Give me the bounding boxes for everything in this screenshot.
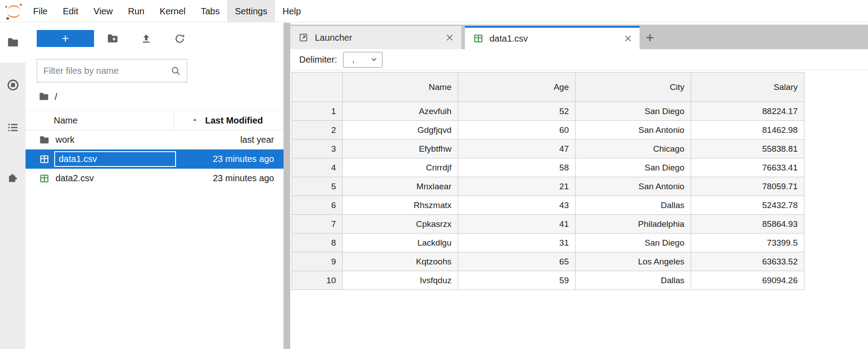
- filter-files-box: [37, 59, 187, 82]
- filter-files-input[interactable]: [37, 60, 187, 82]
- rename-input[interactable]: data1.csv: [54, 151, 176, 167]
- grid-row: 5Mnxlaear21San Antonio78059.71: [292, 177, 804, 196]
- grid-cell[interactable]: San Antonio: [576, 177, 691, 196]
- new-launcher-button[interactable]: +: [37, 30, 94, 47]
- upload-icon[interactable]: [140, 33, 152, 45]
- grid-cell[interactable]: 31: [458, 234, 576, 252]
- grid-cell[interactable]: 55838.81: [691, 140, 804, 158]
- grid-cell[interactable]: 58: [458, 158, 576, 177]
- grid-cell[interactable]: 73399.5: [691, 234, 804, 252]
- grid-row-number-cell[interactable]: 8: [292, 234, 343, 252]
- grid-row-number-cell[interactable]: 7: [292, 215, 343, 234]
- sort-by-modified-header[interactable]: Last Modified: [174, 111, 284, 130]
- grid-cell[interactable]: Dallas: [576, 271, 691, 290]
- menu-item-settings[interactable]: Settings: [227, 0, 275, 22]
- search-icon: [170, 65, 182, 77]
- grid-cell[interactable]: Gdgfjqvd: [343, 121, 458, 140]
- grid-column-header: Name: [343, 72, 458, 102]
- menu-item-kernel[interactable]: Kernel: [152, 0, 193, 22]
- new-folder-icon[interactable]: [107, 33, 119, 45]
- menu-items: File Edit View Run Kernel Tabs Settings …: [26, 0, 309, 22]
- table-of-contents-icon[interactable]: [7, 121, 19, 134]
- close-tab-icon[interactable]: [623, 33, 633, 44]
- grid-cell[interactable]: Dallas: [576, 196, 691, 215]
- menu-item-file[interactable]: File: [26, 0, 55, 22]
- tab-label: Launcher: [315, 33, 352, 43]
- grid-cell[interactable]: 85864.93: [691, 215, 804, 234]
- grid-row-number-cell[interactable]: 6: [292, 196, 343, 215]
- csv-viewer-panel: Delimiter: , NameAgeCitySalary 1Azevfuih…: [290, 49, 868, 349]
- csv-grid-header-row: NameAgeCitySalary: [292, 72, 804, 102]
- grid-cell[interactable]: Mnxlaear: [343, 177, 458, 196]
- menu-item-help[interactable]: Help: [275, 0, 309, 22]
- grid-row-number-cell[interactable]: 5: [292, 177, 343, 196]
- csv-file-icon: [39, 154, 50, 165]
- menu-item-tabs[interactable]: Tabs: [193, 0, 227, 22]
- grid-cell[interactable]: 69094.26: [691, 271, 804, 290]
- grid-cell[interactable]: 88224.17: [691, 102, 804, 121]
- grid-cell[interactable]: Philadelphia: [576, 215, 691, 234]
- grid-cell[interactable]: Rhszmatx: [343, 196, 458, 215]
- grid-cell[interactable]: 47: [458, 140, 576, 158]
- menu-item-edit[interactable]: Edit: [55, 0, 86, 22]
- grid-cell[interactable]: Crirrdjf: [343, 158, 458, 177]
- grid-cell[interactable]: Cpkasrzx: [343, 215, 458, 234]
- grid-cell[interactable]: 76633.41: [691, 158, 804, 177]
- grid-row-number-cell[interactable]: 9: [292, 252, 343, 271]
- breadcrumb-root[interactable]: /: [55, 91, 57, 102]
- grid-cell[interactable]: 41: [458, 215, 576, 234]
- grid-row: 4Crirrdjf58San Diego76633.41: [292, 158, 804, 177]
- grid-cell[interactable]: 43: [458, 196, 576, 215]
- grid-cell[interactable]: Azevfuih: [343, 102, 458, 121]
- file-row-data2-csv[interactable]: data2.csv 23 minutes ago: [26, 169, 284, 188]
- file-row-data1-csv[interactable]: data1.csv 23 minutes ago: [26, 149, 284, 169]
- delimiter-dropdown[interactable]: ,: [343, 52, 382, 68]
- csv-icon: [473, 33, 484, 44]
- new-tab-button[interactable]: +: [640, 26, 660, 49]
- grid-cell[interactable]: Efybtfhw: [343, 140, 458, 158]
- grid-cell[interactable]: Chicago: [576, 140, 691, 158]
- running-sessions-icon[interactable]: [7, 79, 19, 91]
- grid-cell[interactable]: Los Angeles: [576, 252, 691, 271]
- grid-row-number-cell[interactable]: 1: [292, 102, 343, 121]
- grid-cell[interactable]: Ivsfqduz: [343, 271, 458, 290]
- grid-row: 1Azevfuih52San Diego88224.17: [292, 102, 804, 121]
- grid-cell[interactable]: San Antonio: [576, 121, 691, 140]
- grid-cell[interactable]: San Diego: [576, 234, 691, 252]
- grid-row-number-cell[interactable]: 10: [292, 271, 343, 290]
- delimiter-value: ,: [344, 55, 354, 64]
- grid-cell[interactable]: 65: [458, 252, 576, 271]
- sort-by-name-header[interactable]: Name: [54, 111, 77, 130]
- grid-cell[interactable]: 63633.52: [691, 252, 804, 271]
- grid-cell[interactable]: Kqtzoohs: [343, 252, 458, 271]
- grid-cell[interactable]: San Diego: [576, 158, 691, 177]
- grid-row-number-cell[interactable]: 4: [292, 158, 343, 177]
- grid-cell[interactable]: 81462.98: [691, 121, 804, 140]
- menu-item-view[interactable]: View: [86, 0, 120, 22]
- grid-cell[interactable]: Lackdlgu: [343, 234, 458, 252]
- file-row-work[interactable]: work last year: [26, 130, 284, 149]
- file-browser-icon[interactable]: [7, 36, 19, 49]
- file-name: work: [56, 135, 74, 145]
- file-modified: 23 minutes ago: [213, 173, 274, 183]
- grid-row-number-cell[interactable]: 2: [292, 121, 343, 140]
- menu-item-run[interactable]: Run: [120, 0, 152, 22]
- grid-cell[interactable]: 52432.78: [691, 196, 804, 215]
- grid-cell[interactable]: San Diego: [576, 102, 691, 121]
- grid-cell[interactable]: 21: [458, 177, 576, 196]
- grid-cell[interactable]: 52: [458, 102, 576, 121]
- home-folder-icon[interactable]: [39, 91, 49, 102]
- folder-icon: [39, 135, 50, 145]
- grid-cell[interactable]: 60: [458, 121, 576, 140]
- panel-resize-handle[interactable]: [284, 23, 290, 349]
- tab-launcher[interactable]: Launcher: [290, 26, 461, 49]
- tab-data1-csv[interactable]: data1.csv: [465, 26, 640, 49]
- menu-bar: File Edit View Run Kernel Tabs Settings …: [0, 0, 868, 22]
- grid-row-number-cell[interactable]: 3: [292, 140, 343, 158]
- refresh-icon[interactable]: [174, 33, 186, 45]
- grid-cell[interactable]: 59: [458, 271, 576, 290]
- grid-cell[interactable]: 78059.71: [691, 177, 804, 196]
- sort-ascending-icon: [191, 117, 198, 124]
- close-tab-icon[interactable]: [444, 32, 455, 43]
- extensions-icon[interactable]: [7, 172, 19, 184]
